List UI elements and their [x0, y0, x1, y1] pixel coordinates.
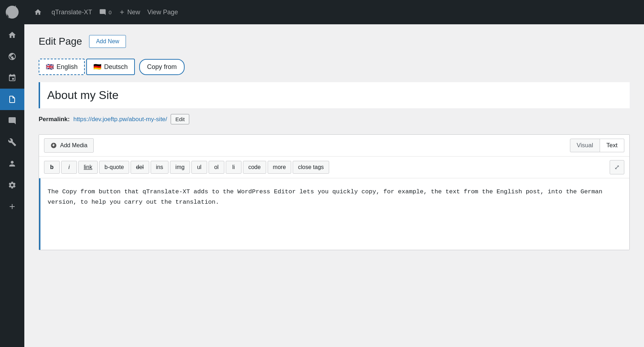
permalink-url[interactable]: https://dev.joeftp.pw/about-my-site/: [73, 116, 167, 123]
content-area: Edit Page Add New 🇬🇧 English 🇩🇪 Deutsch …: [24, 24, 644, 347]
format-code-button[interactable]: code: [243, 161, 266, 174]
add-media-label: Add Media: [60, 142, 88, 149]
wp-logo[interactable]: [0, 0, 24, 24]
tab-visual[interactable]: Visual: [570, 139, 600, 152]
add-new-button[interactable]: Add New: [89, 35, 126, 48]
format-close-tags-button[interactable]: close tags: [293, 161, 329, 174]
sidebar-item-plugins[interactable]: [0, 67, 24, 89]
post-title-input[interactable]: [39, 82, 630, 108]
topbar-comments[interactable]: 0: [99, 9, 111, 16]
tab-deutsch[interactable]: 🇩🇪 Deutsch: [86, 59, 135, 75]
deutsch-flag-icon: 🇩🇪: [93, 63, 101, 71]
format-bold-button[interactable]: b: [44, 161, 60, 174]
tab-english[interactable]: 🇬🇧 English: [39, 59, 85, 75]
format-link-button[interactable]: link: [78, 161, 98, 174]
format-ul-button[interactable]: ul: [191, 161, 207, 174]
editor-text: The Copy from button that qTranslate-XT …: [48, 188, 602, 205]
format-del-button[interactable]: del: [131, 161, 149, 174]
expand-editor-button[interactable]: ⤢: [610, 160, 624, 174]
format-bquote-button[interactable]: b-quote: [99, 161, 129, 174]
sidebar-item-users[interactable]: [0, 153, 24, 174]
format-ins-button[interactable]: ins: [151, 161, 169, 174]
sidebar: [0, 0, 24, 347]
language-tabs: 🇬🇧 English 🇩🇪 Deutsch Copy from: [39, 59, 630, 75]
editor-toolbar-top: Add Media Visual Text: [39, 135, 629, 157]
editor-container: Add Media Visual Text b i link b-quote d…: [39, 134, 630, 250]
format-li-button[interactable]: li: [226, 161, 241, 174]
formatting-toolbar: b i link b-quote del ins img ul ol li co…: [39, 157, 629, 178]
deutsch-label: Deutsch: [104, 63, 128, 71]
page-title: Edit Page: [39, 36, 82, 47]
permalink-edit-button[interactable]: Edit: [171, 114, 189, 124]
english-flag-icon: 🇬🇧: [46, 63, 54, 71]
topbar-home-icon[interactable]: [31, 6, 44, 19]
sidebar-item-comments[interactable]: [0, 110, 24, 132]
sidebar-item-dashboard[interactable]: [0, 24, 24, 46]
format-italic-button[interactable]: i: [61, 161, 77, 174]
sidebar-item-settings[interactable]: [0, 174, 24, 196]
sidebar-item-pages[interactable]: [0, 89, 24, 110]
format-ol-button[interactable]: ol: [209, 161, 224, 174]
editor-content-area[interactable]: The Copy from button that qTranslate-XT …: [39, 178, 629, 250]
permalink-label: Permalink:: [39, 116, 70, 123]
topbar-site-name[interactable]: qTranslate-XT: [52, 9, 92, 16]
format-img-button[interactable]: img: [170, 161, 190, 174]
topbar-new-label: New: [127, 9, 140, 16]
sidebar-item-tools[interactable]: [0, 132, 24, 153]
english-label: English: [57, 63, 78, 71]
permalink-row: Permalink: https://dev.joeftp.pw/about-m…: [39, 114, 630, 124]
add-media-icon: [50, 142, 57, 149]
topbar-new[interactable]: New: [119, 9, 140, 16]
page-header: Edit Page Add New: [39, 35, 630, 48]
topbar-comments-count: 0: [108, 9, 111, 15]
add-media-button[interactable]: Add Media: [44, 138, 94, 153]
format-more-button[interactable]: more: [268, 161, 291, 174]
topbar-view-page[interactable]: View Page: [147, 9, 178, 16]
topbar: qTranslate-XT 0 New View Page: [24, 0, 644, 24]
sidebar-item-appearance[interactable]: [0, 46, 24, 67]
copy-from-button[interactable]: Copy from: [139, 59, 185, 75]
sidebar-item-extra[interactable]: [0, 196, 24, 217]
main-wrapper: qTranslate-XT 0 New View Page Edit Page …: [24, 0, 644, 347]
editor-view-tabs: Visual Text: [570, 139, 624, 152]
tab-text[interactable]: Text: [600, 139, 624, 152]
